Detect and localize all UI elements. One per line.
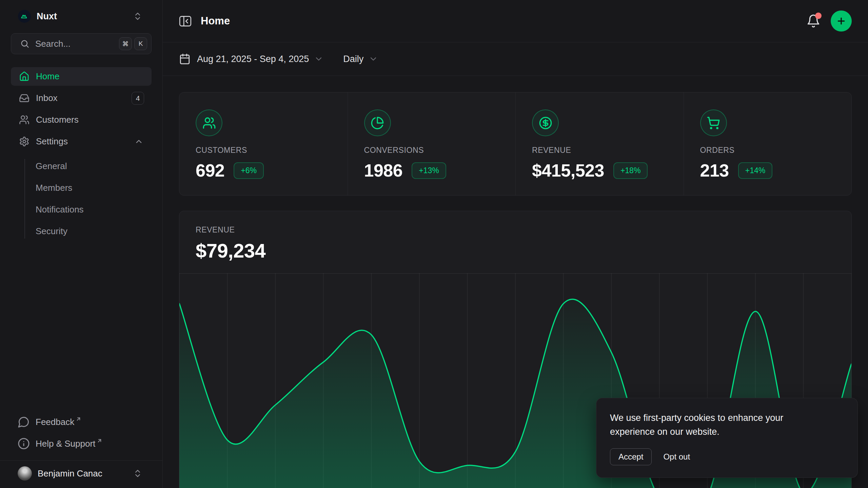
message-bubble-icon: [18, 416, 30, 428]
chevrons-up-down-icon[interactable]: [133, 12, 142, 21]
sidebar-footer: Feedback Help & Support: [11, 413, 152, 453]
page-title: Home: [201, 15, 230, 27]
pie-chart-icon: [364, 109, 391, 136]
stat-value: 692: [196, 160, 224, 181]
sidebar: Nuxt Search... ⌘ K Home: [0, 0, 163, 488]
chevrons-up-down-icon: [133, 469, 142, 478]
users-icon: [19, 115, 29, 125]
date-range-label: Aug 21, 2025 - Sep 4, 2025: [197, 54, 309, 64]
main-area: Home: [163, 0, 868, 488]
stat-delta-badge: +14%: [738, 162, 772, 179]
stat-label: CONVERSIONS: [364, 146, 516, 155]
chevron-up-icon: [134, 137, 143, 146]
stat-revenue[interactable]: REVENUE $415,523 +18%: [515, 93, 684, 195]
sidebar-item-label: Settings: [36, 136, 68, 147]
sidebar-item-label: Members: [36, 183, 72, 193]
help-support-label: Help & Support: [36, 439, 95, 449]
sidebar-item-general[interactable]: General: [11, 157, 152, 176]
user-name: Benjamin Canac: [38, 468, 102, 479]
accept-button[interactable]: Accept: [610, 448, 652, 465]
brand-name: Nuxt: [37, 11, 57, 22]
info-circle-icon: [18, 438, 30, 450]
sidebar-item-label: Home: [36, 71, 59, 82]
collapse-sidebar-icon[interactable]: [179, 16, 192, 27]
home-icon: [19, 71, 29, 82]
sidebar-item-customers[interactable]: Customers: [11, 110, 152, 129]
granularity-label: Daily: [343, 54, 363, 64]
add-button[interactable]: [831, 11, 852, 32]
workspace-selector[interactable]: Nuxt: [11, 9, 152, 24]
date-range-picker[interactable]: Aug 21, 2025 - Sep 4, 2025: [179, 53, 323, 65]
chevron-down-icon: [369, 54, 378, 64]
inbox-icon: [19, 93, 29, 103]
revenue-chart-value: $79,234: [196, 239, 835, 262]
revenue-chart-header: REVENUE $79,234: [179, 211, 851, 273]
sidebar-item-label: General: [36, 161, 67, 171]
sidebar-item-label: Security: [36, 226, 67, 237]
notifications-button[interactable]: [806, 14, 821, 28]
filter-toolbar: Aug 21, 2025 - Sep 4, 2025 Daily: [163, 42, 868, 76]
stat-label: REVENUE: [532, 146, 684, 155]
sidebar-user-section: Benjamin Canac: [0, 460, 162, 488]
sidebar-item-security[interactable]: Security: [11, 222, 152, 241]
granularity-select[interactable]: Daily: [343, 54, 378, 64]
sidebar-item-label: Customers: [36, 115, 79, 125]
gear-icon: [19, 136, 29, 147]
stat-label: ORDERS: [700, 146, 852, 155]
sidebar-item-notifications[interactable]: Notifications: [11, 200, 152, 219]
sidebar-nav: Home Inbox 4: [11, 67, 152, 241]
chevron-down-icon: [314, 54, 323, 64]
stat-delta-badge: +6%: [234, 162, 264, 179]
external-link-icon: [96, 438, 103, 444]
nuxt-logo: [18, 10, 31, 23]
sidebar-item-home[interactable]: Home: [11, 67, 152, 86]
stat-customers[interactable]: CUSTOMERS 692 +6%: [179, 93, 348, 195]
stat-orders[interactable]: ORDERS 213 +14%: [684, 93, 852, 195]
stats-card: CUSTOMERS 692 +6% CONVERSIONS 1986: [179, 92, 852, 196]
stat-delta-badge: +13%: [412, 162, 446, 179]
avatar: [18, 466, 32, 481]
kbd-cmd: ⌘: [119, 37, 132, 50]
external-link-icon: [75, 416, 82, 422]
app-root: Nuxt Search... ⌘ K Home: [0, 0, 868, 488]
dollar-circle-icon: [532, 109, 559, 136]
sidebar-item-label: Inbox: [36, 93, 58, 103]
feedback-link[interactable]: Feedback: [11, 413, 152, 430]
sidebar-spacer: [11, 241, 152, 413]
sidebar-item-members[interactable]: Members: [11, 179, 152, 197]
dashboard-content: CUSTOMERS 692 +6% CONVERSIONS 1986: [163, 76, 868, 488]
plus-icon: [836, 16, 846, 26]
opt-out-button[interactable]: Opt out: [663, 452, 690, 462]
user-menu[interactable]: Benjamin Canac: [11, 466, 152, 481]
header-actions: [806, 11, 852, 32]
search-icon: [20, 39, 29, 48]
notification-dot: [815, 13, 822, 19]
stat-delta-badge: +18%: [613, 162, 648, 179]
cart-icon: [700, 109, 727, 136]
cookie-message: We use first-party cookies to enhance yo…: [610, 411, 824, 439]
users-icon: [196, 109, 222, 136]
sidebar-item-settings[interactable]: Settings: [11, 132, 152, 151]
revenue-chart-label: REVENUE: [196, 225, 835, 235]
calendar-icon: [179, 53, 191, 65]
help-support-link[interactable]: Help & Support: [11, 435, 152, 452]
search-placeholder: Search...: [35, 39, 117, 49]
stat-value: 1986: [364, 160, 403, 181]
kbd-k: K: [134, 37, 147, 50]
stat-conversions[interactable]: CONVERSIONS 1986 +13%: [348, 93, 516, 195]
sidebar-item-label: Notifications: [36, 204, 84, 215]
search-input[interactable]: Search... ⌘ K: [11, 33, 152, 54]
sidebar-item-inbox[interactable]: Inbox 4: [11, 89, 152, 107]
settings-submenu: General Members Notifications Security: [11, 157, 152, 241]
stat-value: 213: [700, 160, 729, 181]
cookie-banner: We use first-party cookies to enhance yo…: [596, 398, 858, 478]
feedback-label: Feedback: [36, 417, 74, 427]
stat-label: CUSTOMERS: [196, 146, 348, 155]
cookie-actions: Accept Opt out: [610, 448, 844, 465]
page-header: Home: [163, 0, 868, 42]
inbox-count-badge: 4: [132, 92, 144, 105]
stat-value: $415,523: [532, 160, 604, 181]
